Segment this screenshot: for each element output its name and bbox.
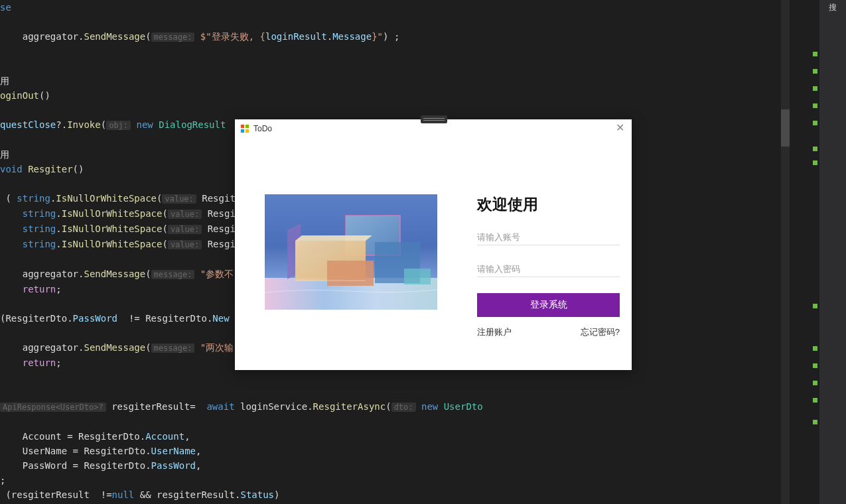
svg-rect-1: [246, 125, 249, 128]
code-line[interactable]: [0, 370, 790, 385]
close-icon[interactable]: ✕: [614, 123, 625, 134]
dialog-titlebar: ToDo ✕: [235, 119, 632, 138]
dialog-app-title: ToDo: [253, 124, 272, 133]
code-line[interactable]: ApiResponse<UserDto>? resgiterResult= aw…: [0, 399, 790, 414]
svg-rect-2: [241, 129, 244, 133]
code-line[interactable]: aggregator.SendMessage(message: $"登录失败, …: [0, 29, 790, 44]
minimap-mark: [813, 103, 817, 108]
code-line[interactable]: oginOut(): [0, 88, 790, 103]
svg-rect-13: [404, 269, 431, 284]
side-panel: 搜: [819, 0, 846, 504]
minimap-mark: [813, 160, 817, 165]
code-line[interactable]: ;: [0, 473, 790, 487]
code-line[interactable]: Account = ResgiterDto.Account,: [0, 429, 790, 444]
vertical-scrollbar[interactable]: [781, 0, 790, 504]
code-line[interactable]: PassWord = ResgiterDto.PassWord,: [0, 458, 790, 473]
minimap-mark: [813, 346, 817, 351]
minimap-mark: [813, 304, 817, 308]
svg-marker-11: [295, 235, 372, 241]
username-input[interactable]: [477, 229, 620, 245]
minimap[interactable]: [790, 0, 819, 504]
minimap-mark: [813, 52, 817, 56]
dialog-body: 欢迎使用 登录系统 注册账户 忘记密码?: [235, 138, 632, 338]
minimap-mark: [813, 381, 817, 385]
minimap-mark: [813, 69, 817, 74]
minimap-mark: [813, 121, 817, 125]
minimap-mark: [813, 363, 817, 368]
code-line[interactable]: se: [0, 0, 790, 15]
code-line[interactable]: [0, 15, 790, 29]
login-form: 欢迎使用 登录系统 注册账户 忘记密码?: [477, 194, 620, 338]
side-panel-search-tab[interactable]: 搜: [819, 0, 846, 15]
code-line[interactable]: [0, 103, 790, 117]
svg-rect-0: [241, 125, 244, 128]
password-input[interactable]: [477, 261, 620, 277]
minimap-mark: [813, 398, 817, 403]
code-line[interactable]: [0, 414, 790, 429]
dialog-illustration: [265, 194, 437, 310]
svg-rect-3: [246, 129, 249, 133]
dialog-links: 注册账户 忘记密码?: [477, 326, 620, 338]
code-line[interactable]: [0, 44, 790, 59]
code-line[interactable]: [0, 385, 790, 399]
code-line[interactable]: UserName = ResgiterDto.UserName,: [0, 444, 790, 458]
minimap-mark: [813, 147, 817, 151]
svg-rect-12: [327, 261, 374, 286]
scrollbar-thumb[interactable]: [781, 109, 790, 147]
register-link[interactable]: 注册账户: [477, 326, 512, 338]
dialog-title: 欢迎使用: [477, 194, 620, 215]
code-line[interactable]: (resgiterResult !=null && resgiterResult…: [0, 487, 790, 502]
forgot-password-link[interactable]: 忘记密码?: [581, 326, 620, 338]
minimap-mark: [813, 420, 817, 424]
code-line[interactable]: [0, 59, 790, 74]
login-dialog: ToDo ✕: [235, 119, 632, 370]
login-button[interactable]: 登录系统: [477, 293, 620, 317]
code-line[interactable]: 用: [0, 74, 790, 88]
app-icon: [240, 124, 249, 133]
minimap-mark: [813, 86, 817, 91]
